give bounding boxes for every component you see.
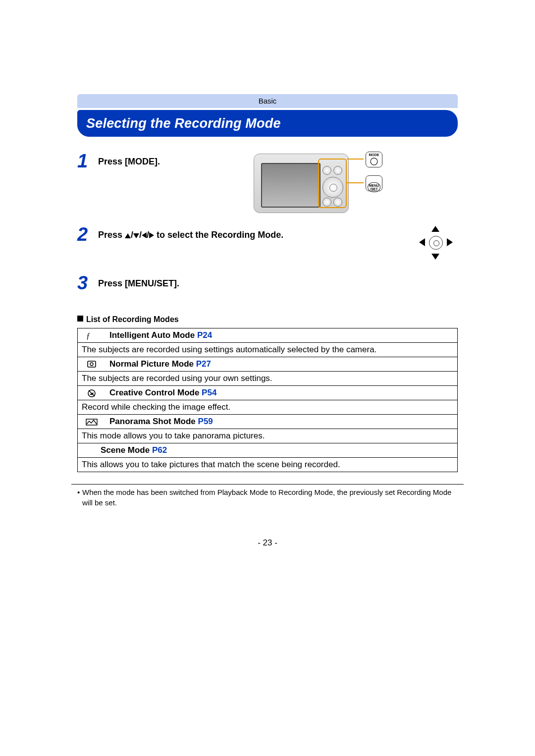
footnote-text: When the mode has been switched from Pla… [82, 488, 451, 507]
footnote: • When the mode has been switched from P… [77, 487, 458, 508]
mode-caption: MODE [366, 153, 382, 157]
svg-point-0 [371, 158, 377, 165]
mode-name: Creative Control Mode [109, 388, 199, 397]
step-number: 2 [77, 225, 91, 244]
intelligent-auto-icon: ƒ [86, 331, 97, 340]
page-number: - 23 - [0, 538, 535, 548]
step-number: 1 [77, 152, 91, 170]
arrow-right-icon [149, 232, 154, 238]
arrow-down-icon [133, 233, 139, 238]
mode-desc: The subjects are recorded using settings… [78, 343, 458, 357]
mode-name: Panorama Shot Mode [109, 417, 196, 426]
arrow-up-icon [125, 233, 131, 238]
svg-text:ƒ: ƒ [86, 331, 90, 340]
arrow-left-icon [419, 238, 425, 246]
callout-highlight [318, 159, 347, 208]
manual-page: Basic Selecting the Recording Mode 1 Pre… [0, 0, 535, 756]
arrow-down-icon [431, 254, 439, 260]
callout-line [347, 182, 364, 183]
mode-title-row: Normal Picture Mode P27 [78, 357, 458, 372]
mode-desc-row: Record while checking the image effect. [78, 400, 458, 415]
mode-title-row: Creative Control Mode P54 [78, 386, 458, 400]
mode-title-row: Scene Mode P62 [78, 443, 458, 458]
section-title: Selecting the Recording Mode [77, 110, 458, 137]
step-text: Press /// to select the Recording Mode. [98, 225, 409, 240]
mode-name: Scene Mode [101, 445, 150, 455]
panorama-icon [86, 418, 98, 426]
mode-desc-row: The subjects are recorded using settings… [78, 343, 458, 357]
section-title-text: Selecting the Recording Mode [86, 110, 281, 137]
arrow-left-icon [142, 232, 147, 238]
dpad-diagram [416, 223, 456, 263]
mode-desc: Record while checking the image effect. [78, 400, 458, 415]
callout-line [347, 159, 364, 160]
list-of-modes-heading: List of Recording Modes [77, 315, 458, 324]
modes-table: ƒ Intelligent Auto Mode P24 The subjects… [77, 328, 458, 472]
mode-desc-row: This mode allows you to take panorama pi… [78, 429, 458, 443]
page-link[interactable]: P62 [152, 445, 167, 455]
camera-screen [261, 163, 321, 208]
mode-desc-row: This allows you to take pictures that ma… [78, 458, 458, 472]
mode-name: Normal Picture Mode [109, 359, 194, 369]
page-link[interactable]: P54 [202, 388, 216, 397]
mode-title-row: ƒ Intelligent Auto Mode P24 [78, 328, 458, 343]
step-number: 3 [77, 273, 91, 292]
mode-name: Intelligent Auto Mode [109, 330, 195, 340]
svg-rect-2 [88, 361, 96, 367]
step-1: 1 Press [MODE]. MODE [77, 152, 458, 216]
svg-point-3 [90, 363, 93, 366]
mode-title-row: Panorama Shot Mode P59 [78, 415, 458, 429]
mode-desc: This allows you to take pictures that ma… [78, 458, 458, 472]
mode-desc-row: The subjects are recorded using your own… [78, 372, 458, 386]
page-link[interactable]: P24 [197, 330, 212, 340]
mode-button-label: MODE [366, 152, 382, 167]
camera-illustration: MODE MENU /SET [254, 152, 382, 216]
page-link[interactable]: P59 [198, 417, 213, 426]
dpad-ring-icon [429, 236, 443, 250]
step-text: Press [MENU/SET]. [98, 273, 458, 289]
bullet-icon: • [77, 487, 80, 497]
arrow-right-icon [447, 238, 453, 246]
mode-desc: The subjects are recorded using your own… [78, 372, 458, 386]
mode-button-icon [370, 157, 378, 166]
menuset-caption: MENU /SET [368, 182, 380, 192]
menuset-button-label: MENU /SET [366, 175, 382, 191]
normal-picture-icon [86, 360, 97, 369]
step-2: 2 Press /// to select the Recording Mode… [77, 225, 458, 263]
step-text: Press [MODE]. [98, 152, 247, 167]
step-3: 3 Press [MENU/SET]. [77, 273, 458, 292]
creative-control-icon [87, 389, 97, 398]
mode-desc: This mode allows you to take panorama pi… [78, 429, 458, 443]
category-bar: Basic [77, 94, 458, 108]
arrow-up-icon [431, 226, 439, 232]
page-link[interactable]: P27 [196, 359, 211, 369]
menuset-button-icon [370, 177, 378, 182]
